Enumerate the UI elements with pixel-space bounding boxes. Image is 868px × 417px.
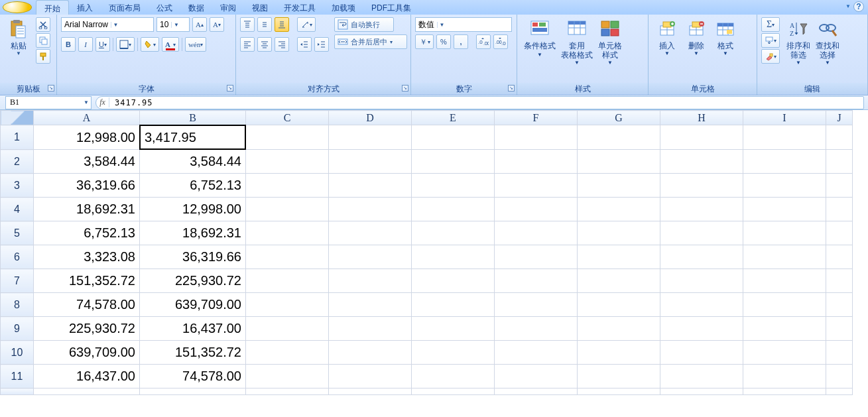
ribbon-tab-8[interactable]: 加载项 <box>324 0 363 15</box>
cell-I3[interactable] <box>743 174 826 198</box>
cell-B11[interactable]: 74,578.00 <box>140 365 246 388</box>
cell-J1[interactable] <box>826 125 853 150</box>
column-header-I[interactable]: I <box>743 111 826 125</box>
cell-B10[interactable]: 151,352.72 <box>140 341 246 365</box>
decrease-decimal-button[interactable]: .00.0 <box>493 34 508 49</box>
fill-color-button[interactable]: ▾ <box>141 37 159 52</box>
accounting-format-button[interactable]: ￥▾ <box>415 34 434 49</box>
font-dialog-launcher[interactable]: ↘ <box>227 85 233 91</box>
cell-B5[interactable]: 18,692.31 <box>140 221 246 245</box>
number-format-select[interactable]: 数值▼ <box>415 17 512 32</box>
row-header-9[interactable]: 9 <box>1 317 34 341</box>
column-header-F[interactable]: F <box>495 111 578 125</box>
cell-D10[interactable] <box>329 341 412 365</box>
font-name-select[interactable]: Arial Narrow▼ <box>61 17 154 32</box>
cell-C10[interactable] <box>246 341 329 365</box>
cell-C7[interactable] <box>246 269 329 293</box>
clipboard-dialog-launcher[interactable]: ↘ <box>48 85 54 91</box>
cell-A4[interactable]: 18,692.31 <box>34 198 140 221</box>
cell-I4[interactable] <box>743 198 826 221</box>
cell-H1[interactable] <box>660 125 743 150</box>
cell-J4[interactable] <box>826 198 853 221</box>
cell-C9[interactable] <box>246 317 329 341</box>
ribbon-tab-7[interactable]: 开发工具 <box>276 0 324 15</box>
cell-E1[interactable] <box>412 125 495 150</box>
ribbon-tab-4[interactable]: 数据 <box>180 0 212 15</box>
cell-J5[interactable] <box>826 221 853 245</box>
cell-G11[interactable] <box>578 365 660 388</box>
cell-B1[interactable]: 3,417.95 <box>140 125 245 149</box>
clear-button[interactable]: ▾ <box>761 49 780 64</box>
cell-E2[interactable] <box>412 150 495 174</box>
cell-J11[interactable] <box>826 365 853 388</box>
cell-I5[interactable] <box>743 221 826 245</box>
worksheet-grid[interactable]: ABCDEFGHIJ112,998.003,417.9523,584.443,5… <box>0 110 868 395</box>
orientation-button[interactable]: ▾ <box>297 17 316 32</box>
phonetic-button[interactable]: wén▾ <box>185 37 206 52</box>
number-dialog-launcher[interactable]: ↘ <box>508 85 515 91</box>
cell-G2[interactable] <box>578 150 660 174</box>
cell-G1[interactable] <box>578 125 660 150</box>
ribbon-tab-9[interactable]: PDF工具集 <box>363 0 419 15</box>
cell-I6[interactable] <box>743 245 826 269</box>
cell-D4[interactable] <box>329 198 412 221</box>
cell-J7[interactable] <box>826 269 853 293</box>
cell-I11[interactable] <box>743 365 826 388</box>
cell-D9[interactable] <box>329 317 412 341</box>
cell-I8[interactable] <box>743 293 826 317</box>
cell-E4[interactable] <box>412 198 495 221</box>
percent-button[interactable]: % <box>436 34 451 49</box>
row-header-4[interactable]: 4 <box>1 198 34 221</box>
increase-indent-button[interactable] <box>314 37 329 52</box>
sort-filter-button[interactable]: AZ 排序和 筛选▼ <box>784 17 813 67</box>
cell-I9[interactable] <box>743 317 826 341</box>
cell-G3[interactable] <box>578 174 660 198</box>
cell-J3[interactable] <box>826 174 853 198</box>
cell-E6[interactable] <box>412 245 495 269</box>
cell-B9[interactable]: 16,437.00 <box>140 317 246 341</box>
cell-I2[interactable] <box>743 150 826 174</box>
cell-J6[interactable] <box>826 245 853 269</box>
name-box[interactable]: B1▼ <box>5 96 92 109</box>
ribbon-tab-3[interactable]: 公式 <box>149 0 180 15</box>
cell-A5[interactable]: 6,752.13 <box>34 221 140 245</box>
align-left-button[interactable] <box>240 37 255 52</box>
cell-A3[interactable]: 36,319.66 <box>34 174 140 198</box>
cell-J8[interactable] <box>826 293 853 317</box>
cell-C3[interactable] <box>246 174 329 198</box>
cell-G9[interactable] <box>578 317 660 341</box>
cell-D3[interactable] <box>329 174 412 198</box>
cell-E7[interactable] <box>412 269 495 293</box>
ribbon-tab-0[interactable]: 开始 <box>36 0 69 15</box>
cell-E10[interactable] <box>412 341 495 365</box>
cell-H7[interactable] <box>660 269 743 293</box>
border-button[interactable]: ▾ <box>116 37 135 52</box>
fill-button[interactable]: ▾ <box>761 33 780 48</box>
cell-F7[interactable] <box>495 269 578 293</box>
cell-D7[interactable] <box>329 269 412 293</box>
row-header-8[interactable]: 8 <box>1 293 34 317</box>
alignment-dialog-launcher[interactable]: ↘ <box>402 85 408 91</box>
cell-H11[interactable] <box>660 365 743 388</box>
row-header-2[interactable]: 2 <box>1 150 34 174</box>
column-header-D[interactable]: D <box>329 111 412 125</box>
wrap-text-button[interactable]: 自动换行 <box>334 17 394 32</box>
column-header-H[interactable]: H <box>660 111 743 125</box>
cell-F3[interactable] <box>495 174 578 198</box>
format-painter-button[interactable] <box>36 49 50 64</box>
copy-button[interactable] <box>36 33 50 48</box>
cell-I1[interactable] <box>743 125 826 150</box>
select-all-corner[interactable] <box>1 111 34 125</box>
grow-font-button[interactable]: A▴ <box>192 17 207 32</box>
cell-H8[interactable] <box>660 293 743 317</box>
align-center-button[interactable] <box>257 37 272 52</box>
cell-A1[interactable]: 12,998.00 <box>34 125 140 150</box>
cell-D11[interactable] <box>329 365 412 388</box>
cell-C1[interactable] <box>246 125 329 150</box>
cell-F9[interactable] <box>495 317 578 341</box>
cell-I10[interactable] <box>743 341 826 365</box>
shrink-font-button[interactable]: A▾ <box>210 17 224 32</box>
row-header-11[interactable]: 11 <box>1 365 34 388</box>
cell-H10[interactable] <box>660 341 743 365</box>
cell-J2[interactable] <box>826 150 853 174</box>
